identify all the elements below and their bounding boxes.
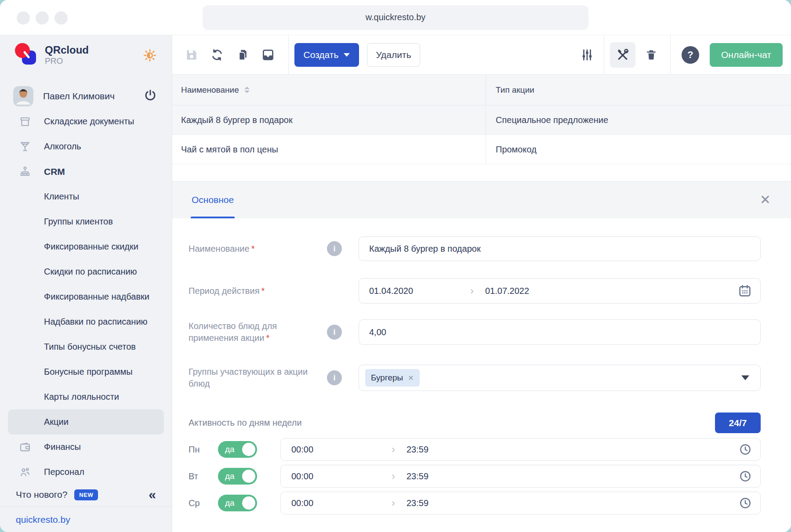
- sidebar-item-finance[interactable]: Финансы: [0, 434, 172, 460]
- app-window: w.quickresto.by QRcloud PRO: [0, 0, 791, 532]
- sidebar-item-warehouse-docs[interactable]: Складские документы: [0, 109, 172, 134]
- refresh-button[interactable]: [204, 42, 230, 68]
- copy-button[interactable]: [230, 42, 255, 68]
- tools-icon: [616, 48, 629, 62]
- info-icon[interactable]: i: [327, 325, 342, 340]
- chip-remove-icon[interactable]: ✕: [408, 374, 414, 382]
- create-caret-icon: [344, 53, 350, 57]
- window-maximize-button[interactable]: [54, 11, 68, 25]
- period-from[interactable]: 01.04.2020: [369, 286, 470, 296]
- clock-icon[interactable]: [739, 443, 752, 456]
- help-button[interactable]: ?: [682, 46, 699, 64]
- table-row[interactable]: Чай с мятой в пол цены Промокод: [172, 135, 791, 164]
- day-toggle[interactable]: да: [218, 468, 257, 485]
- sidebar-item-schedule-markups[interactable]: Надбавки по расписанию: [0, 309, 172, 334]
- window-close-button[interactable]: [17, 11, 30, 25]
- sidebar-item-staff[interactable]: Персонал: [0, 460, 172, 483]
- dropdown-caret-icon[interactable]: [741, 376, 749, 380]
- day-row-monday: Пн да 00:00 › 23:59: [189, 438, 761, 461]
- time-from[interactable]: 00:00: [291, 471, 392, 481]
- sliders-icon: [581, 48, 594, 62]
- delete-button[interactable]: Удалить: [367, 43, 420, 67]
- required-mark: *: [266, 333, 269, 343]
- sidebar-item-bonus-account-types[interactable]: Типы бонусных счетов: [0, 334, 172, 359]
- groups-multiselect[interactable]: Бургеры ✕: [359, 365, 761, 391]
- calendar-icon[interactable]: [738, 284, 752, 298]
- cell-name: Чай с мятой в пол цены: [181, 145, 278, 155]
- info-icon[interactable]: i: [327, 241, 342, 256]
- time-range-input[interactable]: 00:00 › 23:59: [280, 438, 761, 461]
- time-range-input[interactable]: 00:00 › 23:59: [280, 465, 761, 488]
- chevron-right-icon: ›: [392, 498, 395, 508]
- sidebar-item-client-groups[interactable]: Группы клиентов: [0, 209, 172, 234]
- clock-icon[interactable]: [739, 496, 752, 510]
- sidebar-item-clients[interactable]: Клиенты: [0, 184, 172, 209]
- column-header-name[interactable]: Наименование: [172, 75, 486, 105]
- sidebar-footer: Что нового? NEW « quickresto.by: [0, 483, 172, 532]
- sidebar-item-alcohol[interactable]: Алкоголь: [0, 134, 172, 159]
- crm-sitemap-icon: [18, 166, 33, 178]
- sidebar-item-bonus-programs[interactable]: Бонусные программы: [0, 359, 172, 384]
- day-row-wednesday: Ср да 00:00 › 23:59: [189, 492, 761, 514]
- sidebar-item-fixed-discounts[interactable]: Фиксированные скидки: [0, 234, 172, 259]
- cell-type: Специальное предложение: [496, 115, 608, 125]
- activity-label: Активность по дням недели: [189, 418, 302, 428]
- toggle-knob: [242, 470, 255, 483]
- sidebar-item-loyalty-cards[interactable]: Карты лояльности: [0, 384, 172, 409]
- time-to[interactable]: 23:59: [406, 498, 428, 508]
- whats-new-row[interactable]: Что нового? NEW «: [0, 483, 172, 507]
- name-input[interactable]: Каждый 8 бургер в подарок: [359, 236, 761, 261]
- sidebar-item-promotions[interactable]: Акции: [8, 409, 164, 434]
- period-input[interactable]: 01.04.2020 › 01.07.2022: [359, 278, 761, 304]
- sidebar-nav: Складские документы Алкоголь: [0, 107, 172, 483]
- export-button[interactable]: [255, 42, 281, 68]
- time-from[interactable]: 00:00: [291, 445, 392, 455]
- quantity-input[interactable]: 4,00: [359, 319, 761, 345]
- address-bar[interactable]: w.quickresto.by: [203, 5, 588, 30]
- trash-button[interactable]: [639, 42, 664, 68]
- table-row[interactable]: Каждый 8 бургер в подарок Специальное пр…: [172, 105, 791, 135]
- sidebar-item-fixed-markups[interactable]: Фиксированные надбавки: [0, 284, 172, 309]
- promotion-form: Наименование* i Каждый 8 бургер в подаро…: [172, 218, 791, 532]
- time-to[interactable]: 23:59: [406, 471, 428, 481]
- day-label: Вт: [189, 471, 218, 481]
- day-label: Пн: [189, 445, 218, 455]
- tools-button[interactable]: [610, 42, 635, 68]
- close-icon[interactable]: ✕: [760, 193, 771, 206]
- copy-icon: [236, 48, 249, 62]
- brand-name: QRcloud: [45, 44, 89, 56]
- avatar: [13, 86, 33, 106]
- time-to[interactable]: 23:59: [406, 445, 428, 455]
- sidebar-item-crm[interactable]: CRM: [0, 159, 172, 184]
- save-button[interactable]: [179, 42, 204, 68]
- time-from[interactable]: 00:00: [291, 498, 392, 508]
- save-floppy-icon: [185, 48, 198, 62]
- day-toggle[interactable]: да: [218, 495, 257, 511]
- qrcloud-logo-icon: [13, 42, 38, 68]
- logout-power-icon[interactable]: [144, 89, 157, 104]
- site-link-row: quickresto.by: [0, 507, 172, 532]
- time-range-input[interactable]: 00:00 › 23:59: [280, 492, 761, 514]
- badge-24-7-button[interactable]: 24/7: [715, 413, 761, 433]
- sort-icon[interactable]: [244, 87, 250, 93]
- new-badge: NEW: [74, 489, 98, 500]
- collapse-sidebar-icon[interactable]: «: [149, 488, 156, 501]
- tab-main[interactable]: Основное: [191, 181, 235, 218]
- create-button[interactable]: Создать: [294, 43, 359, 67]
- filter-settings-button[interactable]: [574, 42, 600, 68]
- chevron-right-icon: ›: [470, 286, 474, 296]
- site-link[interactable]: quickresto.by: [16, 514, 70, 525]
- info-icon[interactable]: i: [327, 370, 342, 385]
- clock-icon[interactable]: [739, 470, 752, 483]
- window-minimize-button[interactable]: [36, 11, 49, 25]
- online-chat-button[interactable]: Онлайн-чат: [710, 43, 783, 67]
- period-to[interactable]: 01.07.2022: [485, 286, 529, 296]
- quantity-field-label: Количество блюд для применения акции*: [189, 320, 320, 344]
- group-chip[interactable]: Бургеры ✕: [365, 369, 420, 387]
- window-controls[interactable]: [17, 11, 68, 25]
- day-toggle[interactable]: да: [218, 441, 257, 458]
- brightness-icon[interactable]: [143, 48, 157, 64]
- sidebar-item-schedule-discounts[interactable]: Скидки по расписанию: [0, 259, 172, 284]
- column-header-type[interactable]: Тип акции: [486, 75, 791, 105]
- user-row[interactable]: Павел Климович: [0, 85, 172, 107]
